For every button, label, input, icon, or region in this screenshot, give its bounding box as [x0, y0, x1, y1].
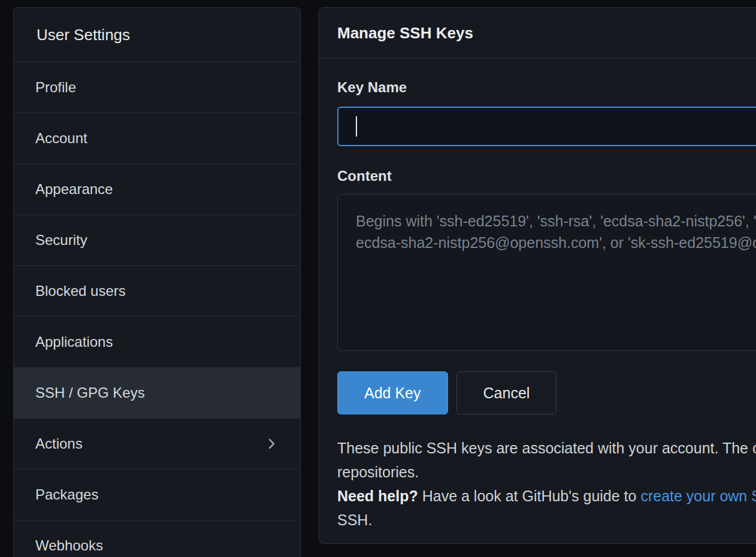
sidebar-item-label: Packages: [35, 486, 98, 503]
chevron-right-icon: [264, 437, 279, 451]
ssh-guide-link[interactable]: create your own SSH keys: [640, 488, 756, 504]
sidebar-item-security[interactable]: Security: [14, 214, 300, 265]
sidebar-item-appearance[interactable]: Appearance: [14, 164, 300, 214]
sidebar-item-label: Account: [35, 130, 87, 147]
ssh-keys-panel: Manage SSH Keys Key Name Content Add Key…: [319, 7, 756, 544]
panel-title: Manage SSH Keys: [319, 8, 756, 59]
key-name-input-wrap: [337, 107, 756, 146]
sidebar-item-blocked-users[interactable]: Blocked users: [14, 265, 300, 316]
sidebar-item-label: SSH / GPG Keys: [35, 385, 145, 401]
help-text-segment: SSH.: [337, 511, 372, 528]
sidebar-item-applications[interactable]: Applications: [14, 316, 300, 367]
help-line: Need help? Have a look at GitHub's guide…: [337, 484, 756, 508]
sidebar-item-label: Blocked users: [35, 283, 126, 299]
ssh-key-form: Key Name Content Add Key Cancel These pu…: [319, 59, 756, 547]
sidebar-item-label: Security: [35, 232, 87, 249]
sidebar-title: User Settings: [14, 8, 300, 62]
help-text-segment: repositories.: [337, 464, 419, 480]
help-text: These public SSH keys are associated wit…: [337, 436, 756, 532]
sidebar-item-label: Profile: [35, 79, 76, 96]
sidebar-item-actions[interactable]: Actions: [14, 418, 300, 469]
help-bold-text: Need help?: [337, 488, 418, 504]
help-text-segment: Have a look at GitHub's guide to: [418, 488, 641, 504]
sidebar-item-account[interactable]: Account: [14, 113, 300, 164]
help-text-segment: These public SSH keys are associated wit…: [337, 440, 756, 456]
key-name-label: Key Name: [337, 79, 756, 96]
text-caret: [356, 116, 357, 137]
sidebar-item-label: Actions: [35, 435, 83, 452]
add-key-button[interactable]: Add Key: [337, 371, 448, 414]
sidebar-item-profile[interactable]: Profile: [14, 62, 300, 113]
help-line: repositories.: [337, 460, 756, 484]
sidebar-item-label: Webhooks: [35, 537, 103, 554]
sidebar-item-ssh-gpg-keys[interactable]: SSH / GPG Keys: [14, 367, 300, 418]
sidebar-item-label: Appearance: [35, 181, 113, 198]
sidebar-item-label: Applications: [35, 334, 113, 350]
key-name-input[interactable]: [337, 107, 756, 146]
cancel-button[interactable]: Cancel: [456, 371, 557, 414]
help-line: These public SSH keys are associated wit…: [337, 436, 756, 460]
help-line: SSH.: [337, 508, 756, 532]
content-label: Content: [337, 168, 756, 184]
sidebar-item-packages[interactable]: Packages: [14, 469, 300, 520]
form-actions: Add Key Cancel: [337, 371, 756, 414]
content-textarea[interactable]: [337, 194, 756, 351]
sidebar-item-webhooks[interactable]: Webhooks: [14, 520, 300, 557]
user-settings-sidebar: User Settings ProfileAccountAppearanceSe…: [13, 7, 301, 557]
sidebar-nav: ProfileAccountAppearanceSecurityBlocked …: [14, 62, 300, 557]
